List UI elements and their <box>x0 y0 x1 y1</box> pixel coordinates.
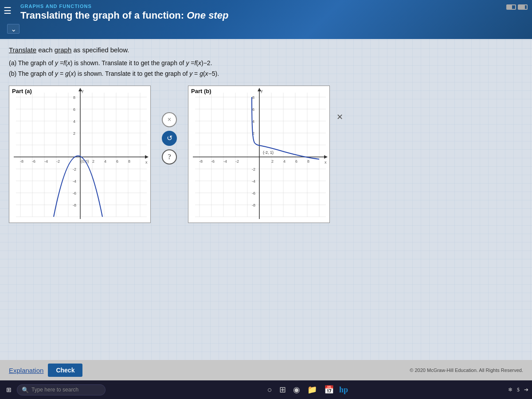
screen: ☰ GRAPHS AND FUNCTIONS Translating the g… <box>0 0 532 399</box>
graph-a-label: Part (a) <box>12 88 32 94</box>
svg-text:-2: -2 <box>73 167 76 172</box>
problem-b: (b) The graph of y = g(x) is shown. Tran… <box>9 69 523 79</box>
dropdown-button[interactable]: ⌄ <box>7 24 20 34</box>
svg-text:y: y <box>82 89 84 93</box>
header-subtitle: GRAPHS AND FUNCTIONS <box>20 4 525 9</box>
svg-text:6: 6 <box>116 159 118 164</box>
taskbar-right-icons: ❄ $ ➔ <box>508 387 528 393</box>
bottom-left: Explanation Check <box>9 364 82 377</box>
svg-text:6: 6 <box>295 159 297 164</box>
taskbar-center-icons: ○ ⊞ ◉ 📁 📅 hp <box>108 384 505 395</box>
bottom-bar: Explanation Check © 2020 McGraw-Hill Edu… <box>0 360 532 380</box>
svg-text:-8: -8 <box>199 159 203 164</box>
taskbar-snowflake-icon[interactable]: ❄ <box>508 387 512 393</box>
main-content: Translate each graph as specified below.… <box>0 39 532 360</box>
svg-text:-6: -6 <box>252 191 255 196</box>
help-button[interactable]: ? <box>162 149 177 164</box>
graph-b-svg[interactable]: y x -8 -6 -4 -2 2 4 6 8 8 6 <box>188 86 330 223</box>
svg-text:x: x <box>325 160 327 164</box>
svg-text:-2: -2 <box>235 159 239 164</box>
svg-text:-6: -6 <box>32 159 35 164</box>
svg-text:-4: -4 <box>223 159 227 164</box>
graph-a-container[interactable]: Part (a) <box>9 86 151 223</box>
graphs-row: Part (a) <box>9 86 523 223</box>
graph-b-container[interactable]: Part (b) <box>188 86 330 223</box>
problem-a: (a) The graph of y =f(x) is shown. Trans… <box>9 58 523 69</box>
graph-b-label: Part (b) <box>191 88 211 94</box>
taskbar-arrow-icon[interactable]: ➔ <box>524 387 528 393</box>
middle-controls: × ↺ ? <box>155 112 184 164</box>
translate-underline: Translate <box>9 46 36 54</box>
svg-text:8: 8 <box>73 95 75 100</box>
hp-logo: hp <box>339 385 348 395</box>
header-bar: ☰ GRAPHS AND FUNCTIONS Translating the g… <box>0 0 532 39</box>
graph-underline: graph <box>55 46 71 54</box>
svg-text:6: 6 <box>252 107 254 112</box>
search-icon: 🔍 <box>22 387 29 393</box>
taskbar-folder-icon[interactable]: 📁 <box>305 384 319 395</box>
taskbar-browser-icon[interactable]: ◉ <box>291 384 302 395</box>
taskbar-dollar-icon[interactable]: $ <box>517 387 520 393</box>
svg-text:2: 2 <box>92 159 94 164</box>
svg-text:8: 8 <box>128 159 130 164</box>
svg-marker-71 <box>324 155 328 159</box>
svg-text:-8: -8 <box>252 203 255 207</box>
copyright-text: © 2020 McGraw-Hill Education. All Rights… <box>410 368 523 373</box>
svg-text:-4: -4 <box>252 179 255 184</box>
svg-text:2: 2 <box>271 159 274 164</box>
svg-text:-6: -6 <box>211 159 215 164</box>
search-placeholder-text: Type here to search <box>31 387 78 393</box>
svg-text:(0,0): (0,0) <box>81 159 89 164</box>
taskbar-search-box[interactable]: 🔍 Type here to search <box>17 384 106 395</box>
svg-marker-26 <box>145 155 149 159</box>
svg-text:(-2, 1): (-2, 1) <box>263 150 274 155</box>
svg-text:8: 8 <box>252 95 254 100</box>
right-close-icon[interactable]: ✕ <box>336 112 343 122</box>
svg-text:-4: -4 <box>44 159 48 164</box>
taskbar-circle-icon[interactable]: ○ <box>266 384 274 395</box>
svg-text:8: 8 <box>307 159 309 164</box>
check-button[interactable]: Check <box>48 364 82 377</box>
svg-text:-4: -4 <box>73 179 76 184</box>
taskbar: ⊞ 🔍 Type here to search ○ ⊞ ◉ 📁 📅 hp ❄ $… <box>0 380 532 399</box>
svg-text:-2: -2 <box>252 167 255 172</box>
explanation-link[interactable]: Explanation <box>9 367 43 374</box>
svg-text:-8: -8 <box>73 203 76 207</box>
svg-text:-2: -2 <box>56 159 60 164</box>
svg-text:4: 4 <box>283 159 286 164</box>
svg-text:x: x <box>145 160 148 164</box>
svg-text:4: 4 <box>252 119 254 124</box>
svg-text:2: 2 <box>73 131 75 136</box>
taskbar-grid-icon[interactable]: ⊞ <box>278 384 288 395</box>
svg-text:y: y <box>261 89 263 93</box>
svg-text:-6: -6 <box>73 191 76 196</box>
taskbar-calendar-icon[interactable]: 📅 <box>322 384 336 395</box>
graph-a-svg[interactable]: y x -8 -6 -4 -2 2 4 6 8 <box>9 86 151 223</box>
hamburger-menu-icon[interactable]: ☰ <box>4 5 12 16</box>
undo-button[interactable]: ↺ <box>162 131 177 146</box>
windows-start-button[interactable]: ⊞ <box>4 384 14 395</box>
close-button[interactable]: × <box>162 112 177 127</box>
instructions-text: Translate each graph as specified below. <box>9 46 523 54</box>
problem-text: (a) The graph of y =f(x) is shown. Trans… <box>9 58 523 79</box>
header-title: Translating the graph of a function: One… <box>20 10 525 21</box>
svg-text:-8: -8 <box>20 159 23 164</box>
svg-text:4: 4 <box>73 119 75 124</box>
svg-text:6: 6 <box>73 107 75 112</box>
svg-text:4: 4 <box>104 159 106 164</box>
